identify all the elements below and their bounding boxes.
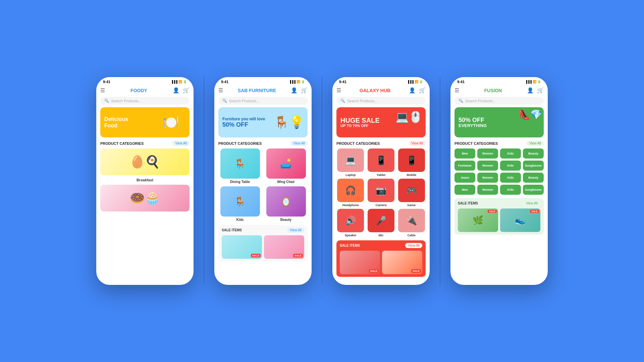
- wing-label: Wing Chair: [277, 180, 295, 184]
- furniture-view-all[interactable]: View All: [290, 141, 308, 146]
- galaxy-headphone[interactable]: 🎧 Headphone: [336, 179, 365, 207]
- wifi-icon: 📶: [178, 80, 182, 83]
- phone-fusion: 9:41 ▐▐▐ 📶 🔋 ☰ FUSION 👤 🛒 🔍 Search Produ…: [450, 77, 548, 285]
- fusion-cat-women-2[interactable]: Women: [477, 161, 498, 171]
- fusion-cat-kids-2[interactable]: Kids: [500, 161, 521, 171]
- battery-icon: 🔋: [183, 80, 187, 83]
- cart-icon-f[interactable]: 🛒: [301, 87, 308, 94]
- fusion-cat-sunglasses-2[interactable]: Sunglasses: [523, 185, 544, 195]
- status-bar-fusion: 9:41 ▐▐▐ 📶 🔋: [450, 77, 548, 85]
- fusion-cat-kids-4[interactable]: Kids: [500, 185, 521, 195]
- fusion-cat-footwear[interactable]: Footwear: [454, 161, 475, 171]
- category-wing[interactable]: 🛋️ Wing Chair: [264, 148, 308, 184]
- wing-img: 🛋️: [266, 148, 306, 179]
- cart-icon-fu[interactable]: 🛒: [537, 87, 544, 94]
- fusion-cat-kids-1[interactable]: Kids: [500, 148, 521, 159]
- galaxy-banner-content: HUGE SALE UP TO 70% OFF: [340, 117, 380, 128]
- mobile-label: Mobile: [407, 173, 416, 177]
- fusion-cat-men-1[interactable]: Men: [454, 148, 475, 159]
- fusion-sale-item-1[interactable]: SALE 🌿: [458, 208, 498, 232]
- fusion-cat-women-3[interactable]: Women: [477, 173, 498, 183]
- galaxy-banner-main: HUGE SALE: [340, 117, 380, 124]
- phone-foody: 9:41 ▐▐▐ 📶 🔋 ☰ FOODY 👤 🛒 🔍 Search Produc…: [96, 77, 194, 285]
- app-title-foody: FOODY: [130, 88, 147, 93]
- furniture-banner: Furniture you will love 50% OFF 🪑💡: [218, 107, 308, 137]
- galaxy-banner-deco: 💻🖱️: [395, 111, 422, 123]
- category-kids[interactable]: 🪑 Kids: [218, 186, 262, 222]
- wifi-icon-f: 📶: [297, 80, 300, 83]
- time-fusion: 9:41: [457, 80, 465, 84]
- galaxy-header: ☰ GALAXY HUB 👤 🛒: [332, 85, 430, 96]
- category-beauty[interactable]: 🪞 Beauty: [264, 186, 308, 222]
- mic-label: Mic: [378, 234, 383, 237]
- dining-img: 🪑: [220, 148, 260, 179]
- foody-view-all[interactable]: View All: [172, 141, 190, 146]
- speaker-img: 🔊: [337, 209, 364, 232]
- galaxy-search[interactable]: 🔍 Search Products...: [336, 97, 426, 105]
- galaxy-mic[interactable]: 🎤 Mic: [367, 209, 395, 237]
- tablet-img: 📱: [368, 148, 394, 172]
- phone-galaxy: 9:41 ▐▐▐ 📶 🔋 ☰ GALAXY HUB 👤 🛒 🔍 Search P…: [332, 77, 430, 285]
- signal-icon-fu: ▐▐▐: [525, 80, 532, 83]
- galaxy-camera[interactable]: 📷 Camera: [367, 179, 395, 207]
- foody-search[interactable]: 🔍 Search Products...: [100, 97, 190, 105]
- galaxy-speaker[interactable]: 🔊 Speaker: [336, 209, 365, 237]
- cart-icon-g[interactable]: 🛒: [419, 87, 426, 94]
- fusion-sale-item-2[interactable]: SALE 👟: [500, 208, 540, 232]
- time-furniture: 9:41: [221, 80, 228, 84]
- fusion-section-header: PRODUCT CATEGORIES View All: [450, 141, 548, 148]
- fusion-sale-items: SALE 🌿 SALE 👟: [458, 208, 540, 232]
- headphone-label: Headphone: [342, 203, 359, 207]
- food-item-breakfast[interactable]: 🥚🍳: [100, 148, 190, 175]
- app-title-furniture: SAB FURNITURE: [238, 88, 276, 93]
- galaxy-tablet[interactable]: 📱 Tablet: [367, 148, 395, 177]
- game-label: Game: [407, 203, 416, 207]
- fusion-cat-sunglasses-1[interactable]: Sunglasses: [523, 161, 544, 171]
- galaxy-laptop[interactable]: 💻 Laptop: [336, 148, 365, 177]
- user-icon-g[interactable]: 👤: [409, 87, 416, 94]
- user-icon-fu[interactable]: 👤: [527, 87, 534, 94]
- galaxy-mobile[interactable]: 📱 Mobile: [397, 148, 426, 177]
- fusion-cat-beauty-2[interactable]: Beauty: [523, 173, 544, 183]
- cart-icon[interactable]: 🛒: [183, 87, 190, 94]
- furniture-sale-view-all[interactable]: View All: [287, 228, 304, 233]
- fusion-cat-beauty-1[interactable]: Beauty: [523, 148, 544, 159]
- furniture-sale-item-2[interactable]: SALE: [264, 235, 304, 259]
- hamburger-icon-f[interactable]: ☰: [218, 87, 223, 94]
- status-icons-galaxy: ▐▐▐ 📶 🔋: [407, 80, 423, 83]
- furniture-sale-item-1[interactable]: SALE: [222, 235, 262, 259]
- fusion-banner-content: 50% OFF EVERYTHING: [459, 117, 487, 128]
- kids-label: Kids: [236, 218, 244, 222]
- app-title-fusion: FUSION: [484, 88, 502, 93]
- galaxy-view-all[interactable]: View All: [409, 141, 426, 146]
- hamburger-icon-fu[interactable]: ☰: [454, 87, 459, 94]
- galaxy-sale-view-all[interactable]: View All: [405, 243, 422, 248]
- hamburger-icon[interactable]: ☰: [100, 87, 105, 94]
- furniture-categories-grid: 🪑 Dining Table 🛋️ Wing Chair 🪑 Kids 🪞 Be…: [214, 148, 312, 225]
- search-icon-fu: 🔍: [459, 99, 463, 103]
- fusion-cat-jeans[interactable]: Jeans: [454, 173, 475, 183]
- galaxy-sale-item-1[interactable]: SALE: [340, 251, 380, 274]
- fusion-search[interactable]: 🔍 Search Products...: [454, 97, 544, 105]
- fusion-banner-deco: 👠💎: [519, 109, 542, 120]
- fusion-cat-women-1[interactable]: Women: [477, 148, 498, 159]
- user-icon[interactable]: 👤: [173, 87, 179, 94]
- user-icon-f[interactable]: 👤: [291, 87, 298, 94]
- hamburger-icon-g[interactable]: ☰: [336, 87, 341, 94]
- furniture-search[interactable]: 🔍 Search Products...: [218, 97, 308, 105]
- battery-icon-fu: 🔋: [537, 80, 541, 83]
- galaxy-cable[interactable]: 🔌 Cable: [397, 209, 426, 237]
- food-item-donuts[interactable]: 🍩🧁: [100, 185, 190, 212]
- sale-badge-g2: SALE: [411, 269, 421, 273]
- phone-foody-wrapper: 9:41 ▐▐▐ 📶 🔋 ☰ FOODY 👤 🛒 🔍 Search Produc…: [86, 57, 204, 305]
- furniture-content: ☰ SAB FURNITURE 👤 🛒 🔍 Search Products...…: [214, 85, 312, 285]
- fusion-cat-women-4[interactable]: Women: [477, 185, 498, 195]
- fusion-view-all[interactable]: View All: [527, 141, 544, 146]
- fusion-cat-men-2[interactable]: Men: [454, 185, 475, 195]
- fusion-sale-view-all[interactable]: View All: [523, 201, 540, 206]
- galaxy-section-header: PRODUCT CATEGORIES View All: [332, 141, 430, 148]
- category-dining[interactable]: 🪑 Dining Table: [218, 148, 262, 184]
- fusion-cat-kids-3[interactable]: Kids: [500, 173, 521, 183]
- galaxy-sale-item-2[interactable]: SALE: [382, 251, 422, 274]
- galaxy-game[interactable]: 🎮 Game: [397, 179, 426, 207]
